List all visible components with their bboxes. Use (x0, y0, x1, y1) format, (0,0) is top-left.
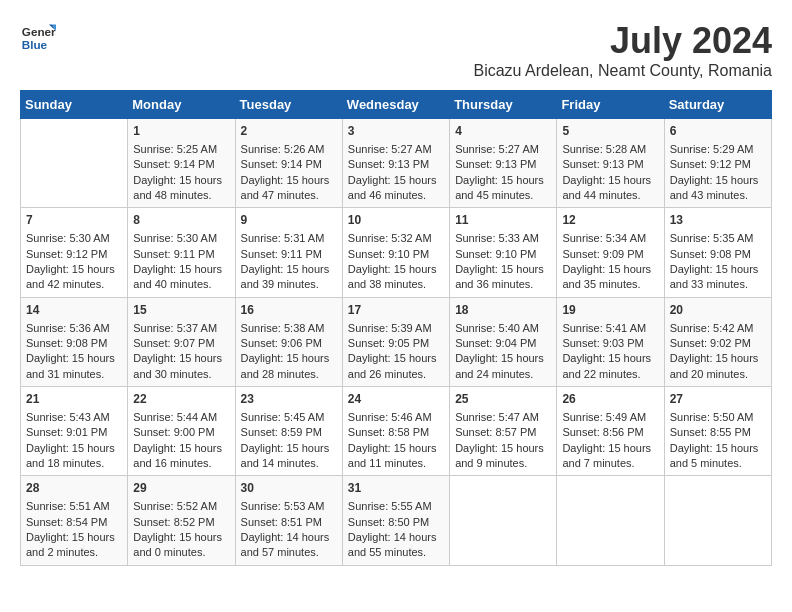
day-info-line: Daylight: 15 hours (670, 173, 766, 188)
day-info-line: and 55 minutes. (348, 545, 444, 560)
calendar-cell: 25Sunrise: 5:47 AMSunset: 8:57 PMDayligh… (450, 387, 557, 476)
day-number: 25 (455, 391, 551, 408)
svg-text:General: General (22, 25, 56, 38)
day-info-line: Sunrise: 5:50 AM (670, 410, 766, 425)
day-header-wednesday: Wednesday (342, 91, 449, 119)
day-info-line: Sunrise: 5:25 AM (133, 142, 229, 157)
day-number: 29 (133, 480, 229, 497)
day-info-line: Sunset: 8:57 PM (455, 425, 551, 440)
calendar-cell (21, 119, 128, 208)
calendar-table: SundayMondayTuesdayWednesdayThursdayFrid… (20, 90, 772, 566)
day-info-line: Daylight: 15 hours (26, 351, 122, 366)
day-info-line: Sunset: 9:12 PM (26, 247, 122, 262)
day-info-line: Sunset: 8:59 PM (241, 425, 337, 440)
day-info-line: Sunrise: 5:28 AM (562, 142, 658, 157)
day-info-line: Sunrise: 5:52 AM (133, 499, 229, 514)
day-info-line: Daylight: 15 hours (26, 262, 122, 277)
day-info-line: Sunrise: 5:27 AM (348, 142, 444, 157)
day-info-line: Sunrise: 5:26 AM (241, 142, 337, 157)
day-info-line: Sunrise: 5:55 AM (348, 499, 444, 514)
day-number: 5 (562, 123, 658, 140)
day-info-line: and 14 minutes. (241, 456, 337, 471)
day-number: 6 (670, 123, 766, 140)
day-header-saturday: Saturday (664, 91, 771, 119)
day-info-line: Daylight: 15 hours (670, 441, 766, 456)
day-info-line: and 0 minutes. (133, 545, 229, 560)
day-number: 2 (241, 123, 337, 140)
calendar-cell: 23Sunrise: 5:45 AMSunset: 8:59 PMDayligh… (235, 387, 342, 476)
day-number: 27 (670, 391, 766, 408)
day-number: 19 (562, 302, 658, 319)
day-info-line: Daylight: 15 hours (241, 262, 337, 277)
day-info-line: and 18 minutes. (26, 456, 122, 471)
day-info-line: and 7 minutes. (562, 456, 658, 471)
day-info-line: Sunrise: 5:33 AM (455, 231, 551, 246)
calendar-cell: 1Sunrise: 5:25 AMSunset: 9:14 PMDaylight… (128, 119, 235, 208)
day-info-line: Sunset: 8:55 PM (670, 425, 766, 440)
day-header-monday: Monday (128, 91, 235, 119)
day-number: 3 (348, 123, 444, 140)
day-info-line: Daylight: 15 hours (455, 351, 551, 366)
day-info-line: and 42 minutes. (26, 277, 122, 292)
day-info-line: Daylight: 14 hours (348, 530, 444, 545)
month-title: July 2024 (473, 20, 772, 62)
day-info-line: Sunset: 9:11 PM (241, 247, 337, 262)
day-info-line: Daylight: 15 hours (26, 530, 122, 545)
calendar-cell: 7Sunrise: 5:30 AMSunset: 9:12 PMDaylight… (21, 208, 128, 297)
calendar-cell: 5Sunrise: 5:28 AMSunset: 9:13 PMDaylight… (557, 119, 664, 208)
calendar-cell: 24Sunrise: 5:46 AMSunset: 8:58 PMDayligh… (342, 387, 449, 476)
day-info-line: Sunset: 9:00 PM (133, 425, 229, 440)
day-info-line: Daylight: 15 hours (133, 173, 229, 188)
day-info-line: Sunset: 9:10 PM (348, 247, 444, 262)
day-info-line: Sunrise: 5:42 AM (670, 321, 766, 336)
day-info-line: and 45 minutes. (455, 188, 551, 203)
calendar-cell: 20Sunrise: 5:42 AMSunset: 9:02 PMDayligh… (664, 297, 771, 386)
day-header-friday: Friday (557, 91, 664, 119)
day-info-line: Daylight: 15 hours (455, 441, 551, 456)
calendar-cell: 30Sunrise: 5:53 AMSunset: 8:51 PMDayligh… (235, 476, 342, 565)
day-info-line: Daylight: 15 hours (562, 262, 658, 277)
day-info-line: Sunrise: 5:32 AM (348, 231, 444, 246)
day-info-line: Sunrise: 5:37 AM (133, 321, 229, 336)
day-info-line: Sunrise: 5:27 AM (455, 142, 551, 157)
day-info-line: Sunrise: 5:36 AM (26, 321, 122, 336)
day-info-line: Sunrise: 5:45 AM (241, 410, 337, 425)
day-info-line: and 16 minutes. (133, 456, 229, 471)
day-info-line: and 9 minutes. (455, 456, 551, 471)
day-number: 8 (133, 212, 229, 229)
day-info-line: Daylight: 15 hours (348, 262, 444, 277)
calendar-cell: 2Sunrise: 5:26 AMSunset: 9:14 PMDaylight… (235, 119, 342, 208)
day-info-line: Daylight: 15 hours (455, 262, 551, 277)
day-info-line: Sunrise: 5:39 AM (348, 321, 444, 336)
day-info-line: Sunset: 8:56 PM (562, 425, 658, 440)
day-info-line: Sunrise: 5:29 AM (670, 142, 766, 157)
calendar-cell: 26Sunrise: 5:49 AMSunset: 8:56 PMDayligh… (557, 387, 664, 476)
calendar-cell: 17Sunrise: 5:39 AMSunset: 9:05 PMDayligh… (342, 297, 449, 386)
day-info-line: Sunset: 9:13 PM (348, 157, 444, 172)
day-info-line: Sunset: 8:58 PM (348, 425, 444, 440)
calendar-cell: 14Sunrise: 5:36 AMSunset: 9:08 PMDayligh… (21, 297, 128, 386)
calendar-cell: 8Sunrise: 5:30 AMSunset: 9:11 PMDaylight… (128, 208, 235, 297)
day-number: 1 (133, 123, 229, 140)
day-info-line: Daylight: 15 hours (670, 262, 766, 277)
day-info-line: and 47 minutes. (241, 188, 337, 203)
day-info-line: Sunset: 8:52 PM (133, 515, 229, 530)
day-info-line: and 30 minutes. (133, 367, 229, 382)
day-number: 13 (670, 212, 766, 229)
day-info-line: Daylight: 15 hours (562, 441, 658, 456)
logo-icon: General Blue (20, 20, 56, 56)
day-info-line: Sunset: 9:13 PM (455, 157, 551, 172)
svg-text:Blue: Blue (22, 38, 48, 51)
day-info-line: Daylight: 15 hours (241, 351, 337, 366)
day-info-line: Sunrise: 5:51 AM (26, 499, 122, 514)
calendar-cell: 12Sunrise: 5:34 AMSunset: 9:09 PMDayligh… (557, 208, 664, 297)
day-info-line: Sunrise: 5:41 AM (562, 321, 658, 336)
day-info-line: Sunrise: 5:53 AM (241, 499, 337, 514)
day-info-line: Sunrise: 5:38 AM (241, 321, 337, 336)
day-info-line: and 28 minutes. (241, 367, 337, 382)
day-info-line: Sunrise: 5:43 AM (26, 410, 122, 425)
day-info-line: and 46 minutes. (348, 188, 444, 203)
day-number: 12 (562, 212, 658, 229)
day-info-line: and 43 minutes. (670, 188, 766, 203)
day-number: 30 (241, 480, 337, 497)
